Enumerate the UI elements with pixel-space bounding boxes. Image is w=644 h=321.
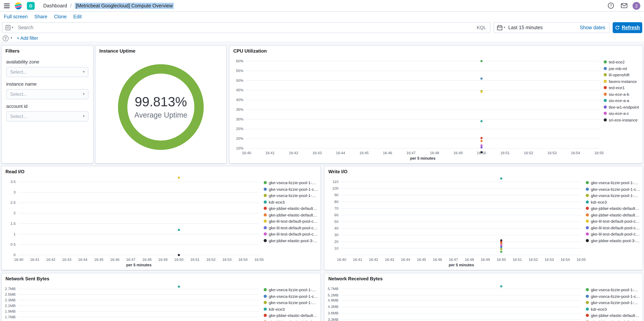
edit-button[interactable]: Edit	[73, 14, 82, 20]
legend-item[interactable]: gke-lil-test-default-pool-c1e…	[264, 231, 320, 237]
legend-item[interactable]: favero-instance	[604, 78, 643, 84]
series-color-dot	[604, 60, 607, 64]
legend-item[interactable]: gke-vseca-lizzie-pool-1-1877…	[264, 180, 320, 186]
series-label: siu-ece-a-b	[609, 92, 629, 96]
elastic-logo[interactable]	[14, 1, 23, 10]
svg-text:16:41: 16:41	[30, 258, 39, 262]
legend-item[interactable]: kdr-ece3	[264, 306, 320, 312]
legend-item[interactable]: kdr-ece3	[586, 199, 643, 205]
breadcrumb-dashboard[interactable]: Dashboard	[43, 3, 67, 8]
select-placeholder: Select...	[10, 114, 27, 119]
legend-item[interactable]: gke-jddwr-elastic-default-po…	[586, 205, 643, 212]
time-range-value[interactable]: Last 15 minutes	[508, 25, 543, 30]
legend-item[interactable]: gke-vseca-lizzie-pool-1-c417…	[586, 186, 643, 192]
series-label: gke-lil-test-default-pool-c1e…	[591, 226, 640, 230]
legend-item[interactable]: gke-vseca-lizzie-pool-1-1877…	[264, 286, 320, 293]
series-color-dot	[264, 194, 267, 197]
legend-item[interactable]: gke-vseca-lizzie-pool-1-630…	[586, 192, 643, 199]
panel-title[interactable]: Network Received Bytes	[324, 273, 643, 282]
series-color-dot	[586, 314, 589, 317]
legend-item[interactable]: gke-lil-test-default-pool-c1e…	[586, 231, 643, 237]
user-avatar[interactable]: 2	[632, 2, 640, 10]
panel-title[interactable]: Instance Uptime	[96, 46, 226, 54]
legend-item[interactable]: gke-jddwr-elastic-default-po…	[586, 212, 643, 218]
svg-text:1.9MB: 1.9MB	[5, 309, 16, 314]
query-language-button[interactable]: KQL	[473, 25, 490, 30]
panel-title[interactable]: Network Sent Bytes	[2, 273, 320, 282]
svg-text:16:42: 16:42	[289, 151, 298, 155]
svg-text:16:48: 16:48	[142, 258, 152, 262]
legend-item[interactable]: siu-ece-a-c	[604, 110, 643, 116]
show-dates-button[interactable]: Show dates	[580, 25, 609, 30]
legend-item[interactable]: gke-jddwr-elastic-default-po…	[264, 312, 320, 319]
cpu-utilization-chart[interactable]: 60%55%50%45%40%35%30%25%20%15%16:4016:41…	[230, 54, 604, 163]
legend-item[interactable]: siu-ece-a-a	[604, 97, 643, 104]
legend-item[interactable]: gke-jddwr-elastic-default-po…	[264, 212, 320, 218]
series-color-dot	[264, 314, 267, 317]
series-label: gke-jddwr-elastic-default-po…	[591, 212, 640, 217]
legend-item[interactable]: lil-openshift	[604, 72, 643, 78]
svg-text:16:43: 16:43	[312, 151, 322, 155]
legend-item[interactable]: kdr-ece3	[586, 306, 643, 312]
legend-item[interactable]: gke-lil-test-default-pool-c1e…	[264, 224, 320, 231]
legend-item[interactable]: gke-vseca-lizzie-pool-1-630…	[264, 300, 320, 306]
legend-item[interactable]: gke-jddwr-elastic-default-po…	[586, 319, 643, 321]
availability-zone-select[interactable]: Select... ▾	[6, 67, 88, 77]
legend-item[interactable]: joe-mb-ml	[604, 65, 643, 72]
legend-item[interactable]: gke-jddwr-elastic-default-po…	[264, 205, 320, 212]
panel-title[interactable]: Read I/O	[2, 166, 320, 175]
legend-item[interactable]: gke-jddwr-elastic-default-po…	[264, 319, 320, 321]
add-filter-button[interactable]: + Add filter	[17, 36, 38, 40]
network-received-chart[interactable]: 5.7MB5.2MB4.8MB4.3MB3.8MB3.3MB2.9MB2.4MB…	[324, 282, 586, 321]
series-color-dot	[604, 67, 607, 70]
legend-item[interactable]: gke-vseca-lizzie-pool-1-1877…	[586, 286, 643, 293]
legend-item[interactable]: gke-lil-test-default-pool-c1e…	[586, 218, 643, 224]
series-color-dot	[264, 188, 267, 191]
legend-item[interactable]: gke-vseca-lizzie-pool-1-1877…	[586, 180, 643, 186]
newsfeed-button[interactable]	[619, 1, 628, 10]
legend-item[interactable]: gke-jddwr-elastic-pool-3-74…	[264, 237, 320, 244]
read-io-chart[interactable]: 3.532.521.510.5016:4016:4116:4216:4316:4…	[2, 175, 264, 270]
svg-text:3.5: 3.5	[10, 180, 16, 184]
legend-item[interactable]: ted-ece2	[604, 59, 643, 65]
clone-button[interactable]: Clone	[54, 14, 66, 20]
panel-title[interactable]: Filters	[2, 46, 93, 54]
legend-item[interactable]: siu-ece-a-b	[604, 91, 643, 97]
panel-title[interactable]: CPU Utilization	[230, 46, 643, 54]
instance-name-select[interactable]: Select... ▾	[6, 89, 88, 99]
page-title[interactable]: [Metricbeat Googlecloud] Compute Overvie…	[74, 2, 174, 9]
refresh-button[interactable]: Refresh	[613, 22, 642, 33]
legend-item[interactable]: tlee-w1-endpoint	[604, 104, 643, 110]
legend-item[interactable]: gke-lil-test-default-pool-c1e…	[264, 218, 320, 224]
network-sent-chart[interactable]: 2.7MB2.5MB2.3MB2.1MB1.9MB1.7MB1.5MB1.3MB…	[2, 282, 264, 321]
legend-item[interactable]: gke-vseca-lizzie-pool-1-c417…	[264, 293, 320, 300]
legend-item[interactable]: gke-vseca-lizzie-pool-1-630…	[264, 192, 320, 199]
saved-query-menu-button[interactable]: ▾	[2, 22, 16, 33]
share-button[interactable]: Share	[34, 14, 47, 20]
panel-write-io: Write I/O 11010090807060504030201016:401…	[324, 166, 643, 270]
legend-item[interactable]: gke-vseca-lizzie-pool-1-c417…	[586, 293, 643, 300]
legend-item[interactable]: gke-jddwr-elastic-pool-3-74…	[586, 237, 643, 244]
date-quick-select-button[interactable]: ▾	[494, 25, 508, 30]
svg-text:16:55: 16:55	[594, 151, 604, 155]
svg-text:16:53: 16:53	[544, 258, 554, 262]
panel-title[interactable]: Write I/O	[324, 166, 643, 175]
svg-text:70: 70	[334, 206, 338, 210]
write-io-chart[interactable]: 11010090807060504030201016:4016:4116:421…	[324, 175, 586, 270]
legend-item[interactable]: sri-ece-instance	[604, 116, 643, 123]
legend-item[interactable]: gke-vseca-lizzie-pool-1-c417…	[264, 186, 320, 192]
legend-item[interactable]: ted-ece1	[604, 84, 643, 91]
legend-item[interactable]: gke-vseca-lizzie-pool-1-630…	[586, 300, 643, 306]
svg-text:4.8MB: 4.8MB	[328, 298, 338, 302]
account-id-select[interactable]: Select... ▾	[6, 111, 88, 122]
legend-item[interactable]: gke-jddwr-elastic-default-po…	[586, 312, 643, 319]
full-screen-button[interactable]: Full screen	[4, 14, 28, 20]
deployment-badge[interactable]: D	[27, 2, 35, 10]
legend-item[interactable]: kdr-ece3	[264, 199, 320, 205]
filter-menu-icon[interactable]	[3, 35, 8, 41]
menu-icon[interactable]	[4, 3, 10, 8]
help-button[interactable]: ?	[606, 1, 615, 10]
search-input[interactable]	[16, 25, 473, 30]
svg-text:per 5 minutes: per 5 minutes	[410, 156, 436, 160]
legend-item[interactable]: gke-lil-test-default-pool-c1e…	[586, 224, 643, 231]
